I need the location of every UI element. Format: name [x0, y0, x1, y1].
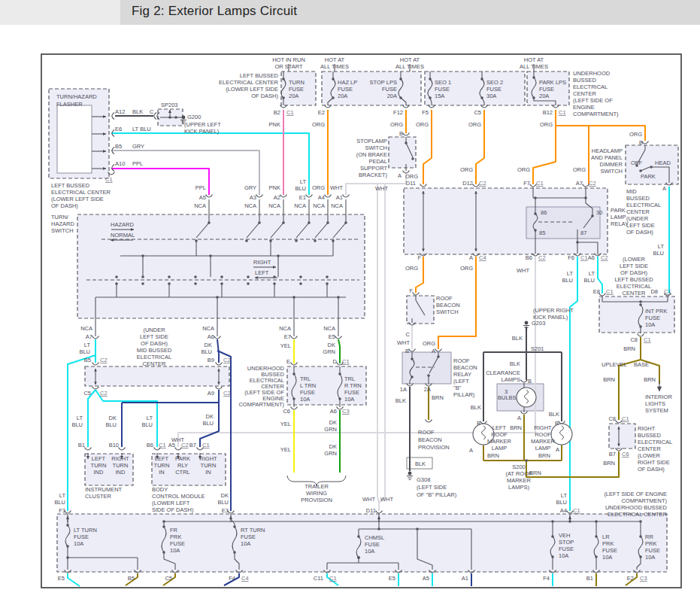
diagram-label: F4 — [543, 575, 550, 582]
diagram-label: IND — [116, 469, 126, 476]
diagram-label: C1 — [329, 575, 337, 582]
junction-dot — [534, 212, 537, 215]
diagram-label: CENTER — [573, 90, 596, 97]
diagram-label: TRL — [300, 375, 311, 382]
diagram-label: CENTER — [143, 360, 166, 367]
lamp-bulb — [517, 388, 536, 407]
diagram-label: SUPPORT — [360, 165, 388, 172]
diagram-label: ELECTRICAL CENTER — [219, 79, 278, 86]
diagram-label: G200 — [187, 114, 201, 120]
junction-dot — [639, 303, 642, 306]
diagram-label: RR — [645, 534, 653, 540]
diagram-label: MARKER — [531, 438, 556, 445]
diagram-label: A — [469, 254, 473, 261]
diagram-label: ORG — [540, 121, 553, 128]
diagram-label: LEFT SIDE — [620, 263, 648, 269]
diagram-label: LT — [59, 492, 66, 499]
diagram-label: PARK LPS — [539, 79, 566, 86]
diagram-label: LIGHTS — [645, 400, 665, 407]
junction-dot — [332, 78, 335, 81]
diagram-label: ORG — [416, 121, 429, 128]
diagram-label: C1 — [606, 288, 614, 295]
diagram-label: TURN/ — [51, 214, 69, 220]
diagram-label: B — [528, 378, 532, 385]
junction-dot — [532, 96, 535, 99]
junction-dot — [551, 555, 554, 558]
diagram-label: LEFT SIDE — [626, 222, 655, 229]
diagram-label: F7 — [523, 180, 530, 187]
diagram-label: E5 — [58, 575, 65, 582]
diagram-label: OF DASH) — [141, 340, 168, 347]
diagram-label: C1 — [644, 336, 651, 343]
junction-dot — [209, 254, 212, 257]
diagram-label: 10A — [559, 552, 568, 559]
diagram-label: VEH — [559, 532, 570, 539]
diagram-label: A — [398, 172, 402, 179]
junction-dot — [115, 275, 118, 278]
junction-dot — [326, 275, 329, 278]
diagram-label: C2 — [589, 180, 596, 187]
diagram-label: BLU — [54, 499, 65, 506]
diagram-label: DK — [329, 443, 337, 450]
diagram-label: (LEFT SIDE OF — [573, 97, 613, 104]
diagram-label: B — [405, 348, 409, 354]
junction-dot — [525, 351, 528, 354]
diagram-label: ORG — [312, 121, 325, 128]
junction-dot — [337, 296, 340, 299]
diagram-label: 20A — [387, 93, 397, 99]
diagram-label: ORG — [390, 121, 403, 128]
junction-dot — [344, 221, 347, 224]
diagram-label: ROOF — [491, 431, 508, 438]
diagram-label: C2 — [601, 254, 608, 261]
diagram-label: A5 — [423, 575, 429, 582]
diagram-label: CLEARANCE — [486, 369, 520, 376]
diagram-label: (LOWER LEFT — [152, 500, 190, 506]
diagram-label: RIGHT — [199, 455, 217, 462]
diagram-label: 15A — [435, 93, 444, 99]
diagram-label: C2 — [479, 180, 486, 187]
diagram-label: B5 — [84, 357, 91, 363]
diagram-label: NCA — [331, 202, 343, 209]
diagram-label: ELECTRICAL CENTER — [608, 511, 667, 518]
diagram-label: A3 — [250, 194, 256, 201]
diagram-label: LEFT — [255, 269, 269, 276]
component-box — [322, 71, 421, 105]
diagram-label: 2A — [424, 386, 431, 393]
diagram-label: TURN — [91, 462, 107, 469]
diagram-label: OFF — [631, 160, 642, 166]
diagram-label: 30 — [596, 209, 602, 216]
diagram-label: A — [432, 348, 435, 354]
diagram-label: WHT — [517, 267, 529, 274]
junction-dot — [295, 239, 298, 242]
diagram-label: B — [477, 420, 480, 427]
diagram-label: DK — [206, 413, 214, 420]
diagram-label: GRN — [323, 348, 335, 355]
diagram-label: FUSE — [300, 389, 315, 396]
component-box — [609, 424, 635, 448]
diagram-label: STOP LPS — [370, 79, 397, 86]
diagram-label: 10A — [365, 548, 374, 555]
junction-dot — [595, 555, 598, 558]
diagram-label: 10A — [241, 540, 250, 547]
junction-dot — [66, 524, 69, 527]
diagram-label: BLU — [79, 348, 90, 355]
diagram-label: PRK — [602, 540, 614, 547]
diagram-label: 10A — [74, 540, 83, 547]
diagram-label: ROOF — [436, 295, 453, 302]
component-box — [526, 207, 600, 239]
diagram-label: (UPPER LEFT — [184, 121, 221, 128]
diagram-label: YEL — [280, 446, 291, 453]
diagram-label: C5 — [83, 390, 91, 397]
diagram-label: RIGHT — [111, 455, 129, 462]
junction-dot — [480, 96, 483, 99]
diagram-label: FUSE — [602, 547, 617, 554]
junction-dot — [299, 275, 302, 278]
diagram-label: LAMP — [535, 445, 550, 451]
diagram-label: ORG — [312, 184, 325, 191]
junction-dot — [314, 239, 317, 242]
diagram-label: RIGHT — [534, 424, 552, 431]
diagram-label: FUSE — [365, 541, 380, 548]
diagram-label: BUSSED — [573, 77, 596, 84]
diagram-label: BLK — [471, 404, 481, 411]
diagram-label: B — [555, 420, 559, 427]
